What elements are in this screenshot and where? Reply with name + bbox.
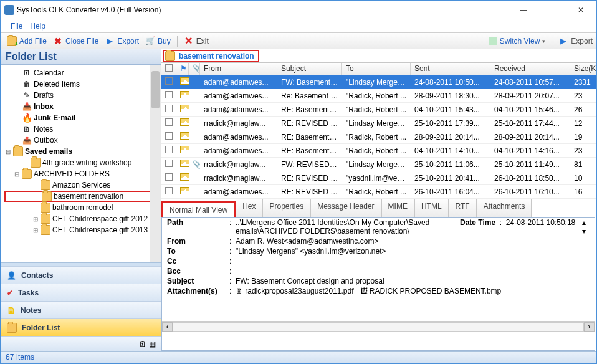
scroll-thumb[interactable] xyxy=(151,71,160,108)
shortcut-icon[interactable]: 🗓 xyxy=(139,340,146,348)
folder-icon xyxy=(31,158,41,168)
col-size[interactable]: Size(KB) xyxy=(570,63,596,75)
tab-mime[interactable]: MIME xyxy=(381,199,414,217)
row-checkbox[interactable] xyxy=(161,118,176,128)
row-checkbox[interactable] xyxy=(161,187,176,196)
right-pane: basement renovation ⚑ 📎 From Subject To … xyxy=(161,49,596,351)
row-checkbox[interactable] xyxy=(161,160,176,169)
expand-icon[interactable]: ⊟ xyxy=(13,168,20,180)
tree-item[interactable]: ✎Drafts xyxy=(4,90,160,101)
col-attachment[interactable]: 📎 xyxy=(189,63,200,75)
col-flag[interactable]: ⚑ xyxy=(176,63,189,75)
row-checkbox[interactable] xyxy=(161,77,176,87)
row-envelope-icon xyxy=(176,77,189,87)
export-button-2[interactable]: ▶Export xyxy=(558,36,593,46)
table-row[interactable]: adam@adamwes...RE: REVISED PR..."Radick,… xyxy=(161,185,596,199)
tab-properties[interactable]: Properties xyxy=(262,199,310,217)
row-size: 81 xyxy=(570,160,596,169)
mail-table-header: ⚑ 📎 From Subject To Sent Received Size(K… xyxy=(161,63,596,75)
tab-hex[interactable]: Hex xyxy=(236,199,262,217)
table-row[interactable]: rradick@maglaw...RE: REVISED PR..."yasdn… xyxy=(161,171,596,185)
row-checkbox[interactable] xyxy=(161,173,176,183)
tree-item[interactable]: 🗑Deleted Items xyxy=(4,79,160,90)
tab-normal[interactable]: Normal Mail View xyxy=(163,203,234,217)
table-row[interactable]: adam@adamwes...RE: Basement Co..."Radick… xyxy=(161,144,596,158)
tree-scrollbar[interactable] xyxy=(150,65,161,262)
buy-button[interactable]: 🛒Buy xyxy=(145,36,171,46)
tree-item[interactable]: ⊞CET Childrenspace gift 2013 xyxy=(4,224,160,236)
folder-tree[interactable]: 🗓Calendar🗑Deleted Items✎Drafts📥Inbox🔥Jun… xyxy=(1,65,161,238)
table-row[interactable]: adam@adamwes...FW: Basement C..."Lindsay… xyxy=(161,75,596,89)
row-from: adam@adamwes... xyxy=(200,92,277,100)
row-checkbox[interactable] xyxy=(161,91,176,100)
close-file-button[interactable]: ✖Close File xyxy=(53,36,98,46)
table-row[interactable]: adam@adamwes...RE: Basement Co..."Radick… xyxy=(161,103,596,117)
nav-folder-list[interactable]: Folder List xyxy=(1,318,161,336)
close-button[interactable]: ✕ xyxy=(566,1,595,19)
preview-hscroll[interactable]: ‹› xyxy=(162,321,595,332)
row-size: 12 xyxy=(570,119,596,128)
row-attachment-icon xyxy=(189,160,200,169)
col-to[interactable]: To xyxy=(342,63,411,75)
switch-view-button[interactable]: Switch View▾ xyxy=(489,37,545,46)
row-envelope-icon xyxy=(176,173,189,183)
nav-contacts[interactable]: 👤Contacts xyxy=(1,266,161,284)
mail-table-body: adam@adamwes...FW: Basement C..."Lindsay… xyxy=(161,75,596,199)
table-row[interactable]: adam@adamwes...Re: Basement Co..."Radick… xyxy=(161,89,596,103)
col-from[interactable]: From xyxy=(200,63,277,75)
tree-item[interactable]: ⊞CET Childrenspace gift 2012 xyxy=(4,213,160,224)
status-bar: 67 Items xyxy=(1,351,596,363)
row-sent: 28-09-2011 18:30... xyxy=(411,92,490,100)
pv-path-label: Path xyxy=(167,218,229,236)
expand-icon[interactable]: ⊞ xyxy=(32,224,39,236)
expand-icon[interactable]: ⊞ xyxy=(32,213,39,225)
add-file-button[interactable]: Add File xyxy=(7,36,47,46)
tree-label: Inbox xyxy=(34,101,54,113)
menu-file[interactable]: File xyxy=(11,22,22,31)
table-row[interactable]: rradick@maglaw...FW: REVISED PR..."Linds… xyxy=(161,158,596,171)
tree-item[interactable]: ⊟Saved emails xyxy=(4,146,160,157)
export-button[interactable]: ▶Export xyxy=(105,36,139,46)
tree-item[interactable]: Amazon Services xyxy=(4,180,160,191)
shortcut-icon[interactable]: ▦ xyxy=(149,340,156,348)
nav-notes[interactable]: 🗎Notes xyxy=(1,301,161,318)
row-sent: 26-10-2011 16:04... xyxy=(411,188,490,196)
tab-attachments[interactable]: Attachments xyxy=(477,199,532,217)
tree-label: Calendar xyxy=(34,67,64,79)
col-checkbox[interactable] xyxy=(161,63,176,75)
minimize-button[interactable]: — xyxy=(509,1,538,19)
row-received: 24-08-2011 10:57... xyxy=(490,78,570,87)
tab-html[interactable]: HTML xyxy=(414,199,449,217)
tree-item[interactable]: bathroom remodel xyxy=(4,202,160,213)
row-checkbox[interactable] xyxy=(161,146,176,155)
exit-button[interactable]: ✕Exit xyxy=(184,36,209,46)
table-row[interactable]: adam@adamwes...RE: Basement Co..."Radick… xyxy=(161,130,596,144)
tree-item[interactable]: 📤Outbox xyxy=(4,135,160,146)
menu-help[interactable]: Help xyxy=(30,22,45,31)
tree-item[interactable]: basement renovation xyxy=(4,191,160,202)
col-sent[interactable]: Sent xyxy=(411,63,490,75)
tree-item[interactable]: 🗎Notes xyxy=(4,123,160,135)
expand-icon[interactable]: ⊟ xyxy=(4,146,11,158)
tree-item[interactable]: 4th grade writing workshop xyxy=(4,157,160,168)
note-icon: 🗎 xyxy=(22,124,32,134)
close-file-icon: ✖ xyxy=(53,36,63,46)
tab-rtf[interactable]: RTF xyxy=(449,199,477,217)
row-from: rradick@maglaw... xyxy=(200,119,277,128)
col-subject[interactable]: Subject xyxy=(277,63,342,75)
pv-attach-2[interactable]: RADICK PROPOSED BASEMENT.bmp xyxy=(370,287,501,295)
tree-item[interactable]: 📥Inbox xyxy=(4,101,160,112)
tab-message-header[interactable]: Message Header xyxy=(310,199,381,217)
tree-item[interactable]: ⊟ARCHIVED FOLDERS xyxy=(4,168,160,180)
col-received[interactable]: Received xyxy=(490,63,570,75)
table-row[interactable]: rradick@maglaw...RE: REVISED PR..."Linds… xyxy=(161,117,596,130)
pv-attach-1[interactable]: radickproposal23august2011.pdf xyxy=(245,287,353,295)
maximize-button[interactable]: ☐ xyxy=(538,1,566,19)
tree-label: Notes xyxy=(34,123,53,135)
nav-tasks[interactable]: ✔Tasks xyxy=(1,284,161,301)
row-checkbox[interactable] xyxy=(161,132,176,141)
tree-item[interactable]: 🗓Calendar xyxy=(4,67,160,79)
row-checkbox[interactable] xyxy=(161,105,176,114)
tree-item[interactable]: 🔥Junk E-mail xyxy=(4,112,160,123)
folder-icon xyxy=(41,214,50,224)
